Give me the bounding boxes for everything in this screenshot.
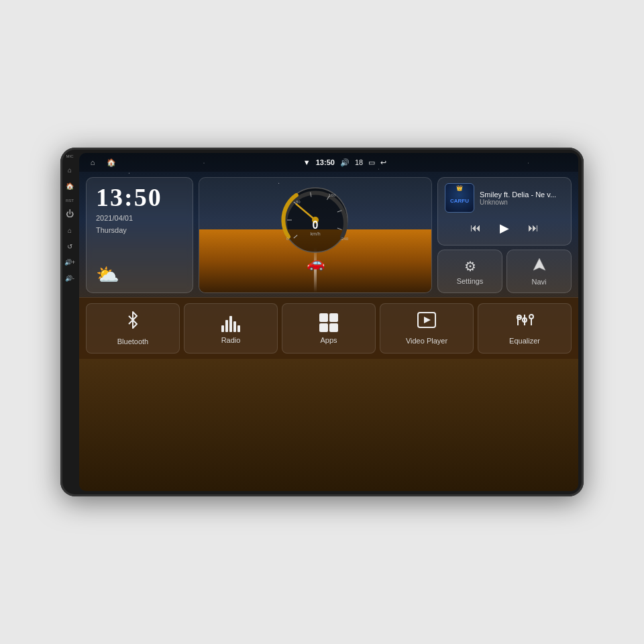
home2-side-button[interactable]: ⌂: [64, 224, 76, 236]
prev-button[interactable]: ⏮: [468, 221, 484, 235]
radio-button[interactable]: Radio: [184, 303, 278, 354]
back-status-icon: ↩: [380, 158, 386, 167]
car-head-unit: MIC ⌂ 🏠 RST ⏻ ⌂ ↺ 🔊+ 🔊- ⌂ 🏠 ▼ 13:50 🔊 1: [60, 148, 584, 496]
music-top: 👑 CARFU Smiley ft. Delia - Ne v... Unkno…: [445, 183, 564, 213]
svg-text:160: 160: [329, 193, 336, 197]
settings-label: Settings: [457, 277, 484, 285]
home-status-icon[interactable]: ⌂: [86, 156, 99, 169]
navi-label: Navi: [531, 278, 546, 286]
status-bar-left: ⌂ 🏠: [86, 156, 118, 169]
video-player-button[interactable]: Video Player: [380, 303, 474, 354]
album-crown: 👑: [456, 185, 463, 191]
music-artist: Unknown: [480, 199, 564, 206]
power-side-button[interactable]: ⏻: [64, 208, 76, 220]
radio-label: Radio: [221, 336, 241, 344]
right-column: 👑 CARFU Smiley ft. Delia - Ne v... Unkno…: [437, 177, 572, 293]
music-widget: 👑 CARFU Smiley ft. Delia - Ne v... Unkno…: [437, 177, 572, 246]
music-info: Smiley ft. Delia - Ne v... Unknown: [480, 191, 564, 206]
wifi-status-icon: ▼: [303, 158, 311, 166]
screen-wrapper: ⌂ 🏠 ▼ 13:50 🔊 18 ▭ ↩: [79, 153, 578, 491]
window-status-icon: ▭: [368, 158, 375, 167]
volume-status-icon: 🔊: [340, 158, 350, 167]
rst-label: RST: [66, 199, 74, 203]
svg-point-25: [529, 315, 533, 319]
navi-icon: [532, 257, 547, 275]
main-content: 13:50 2021/04/01 Thursday ⛅ 🚗: [79, 172, 578, 359]
back-side-button[interactable]: ↺: [64, 240, 76, 252]
svg-marker-16: [533, 258, 545, 270]
clock-widget: 13:50 2021/04/01 Thursday ⛅: [86, 177, 193, 293]
clock-day: Thursday: [96, 226, 183, 234]
widgets-row: 13:50 2021/04/01 Thursday ⛅ 🚗: [79, 172, 578, 297]
speedometer-gauge: 0 km/h 0 240 80 160: [278, 183, 352, 257]
speedometer-widget: 🚗: [199, 177, 432, 293]
video-player-label: Video Player: [406, 337, 447, 345]
settings-button[interactable]: ⚙ Settings: [437, 250, 502, 293]
apps-icon: [319, 313, 338, 332]
clock-time: 13:50: [96, 184, 183, 210]
bluetooth-button[interactable]: Bluetooth: [86, 303, 180, 354]
bottom-bar: Bluetooth Rad: [79, 297, 578, 359]
weather-icon: ⛅: [96, 264, 183, 286]
svg-text:80: 80: [296, 200, 301, 204]
home-side-button[interactable]: ⌂: [64, 164, 76, 176]
apps-label: Apps: [320, 336, 337, 344]
mic-label: MIC: [66, 154, 74, 158]
volume-level: 18: [355, 158, 363, 166]
svg-text:0: 0: [313, 219, 319, 231]
android-side-button[interactable]: 🏠: [64, 180, 76, 192]
album-logo: CARFU: [450, 198, 469, 204]
main-screen: ⌂ 🏠 ▼ 13:50 🔊 18 ▭ ↩: [79, 153, 578, 491]
equalizer-button[interactable]: Equalizer: [478, 303, 572, 354]
vol-up-side-button[interactable]: 🔊+: [64, 256, 76, 268]
gauge-svg: 0 km/h 0 240 80 160: [278, 183, 352, 257]
apps-button[interactable]: Apps: [282, 303, 376, 354]
android-status-icon[interactable]: 🏠: [105, 156, 118, 169]
bluetooth-label: Bluetooth: [117, 337, 148, 345]
play-button[interactable]: ▶: [497, 219, 512, 237]
next-button[interactable]: ⏭: [525, 221, 541, 235]
status-time: 13:50: [316, 158, 335, 166]
settings-navi-row: ⚙ Settings Navi: [437, 250, 572, 293]
bluetooth-icon: [124, 311, 142, 333]
svg-text:km/h: km/h: [310, 231, 320, 236]
music-title: Smiley ft. Delia - Ne v...: [480, 191, 564, 199]
clock-date: 2021/04/01: [96, 214, 183, 222]
vol-down-side-button[interactable]: 🔊-: [64, 272, 76, 284]
navi-button[interactable]: Navi: [506, 250, 572, 293]
radio-icon: [221, 313, 240, 332]
album-art: 👑 CARFU: [445, 183, 474, 213]
settings-icon: ⚙: [464, 258, 476, 274]
equalizer-label: Equalizer: [509, 337, 540, 345]
status-bar-center: ▼ 13:50 🔊 18 ▭ ↩: [303, 158, 386, 167]
video-player-icon: [417, 312, 436, 333]
svg-marker-18: [424, 317, 431, 323]
svg-text:240: 240: [341, 237, 349, 241]
music-controls: ⏮ ▶ ⏭: [445, 217, 564, 239]
equalizer-icon: [515, 312, 534, 333]
status-bar: ⌂ 🏠 ▼ 13:50 🔊 18 ▭ ↩: [79, 153, 578, 172]
car-icon: 🚗: [307, 254, 325, 272]
side-controls: MIC ⌂ 🏠 RST ⏻ ⌂ ↺ 🔊+ 🔊-: [60, 148, 79, 496]
